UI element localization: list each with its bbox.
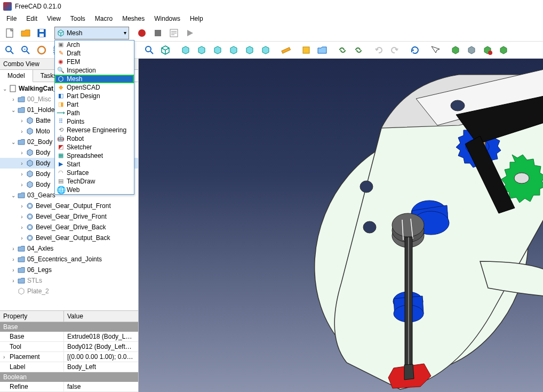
link-button[interactable] (335, 43, 350, 58)
undo-button[interactable] (371, 43, 386, 58)
tree-item[interactable]: ›05_Eccentrics_and_Joints (0, 254, 138, 265)
workbench-item-inspection[interactable]: 🔍Inspection (55, 66, 134, 75)
menu-tools[interactable]: Tools (66, 14, 90, 23)
tree-toggle-icon[interactable]: › (18, 203, 26, 209)
zoom-fit-button[interactable] (2, 43, 17, 58)
macros-button[interactable] (166, 26, 181, 41)
expand-icon[interactable]: › (3, 354, 10, 360)
view-rear-button[interactable] (226, 43, 241, 58)
tree-toggle-icon[interactable]: › (10, 257, 17, 262)
tree-toggle-icon[interactable]: › (10, 97, 17, 102)
view-left-button[interactable] (258, 43, 273, 58)
zoom-in-button[interactable]: + (18, 43, 33, 58)
menu-windows[interactable]: Windows (150, 14, 185, 23)
measure-button[interactable] (278, 43, 293, 58)
workbench-item-reverse[interactable]: ⟲Reverse Engineering (55, 126, 134, 134)
tree-toggle-icon[interactable]: › (18, 118, 26, 124)
workbench-item-part[interactable]: ◨Part (55, 100, 134, 109)
menu-meshes[interactable]: Meshes (118, 14, 149, 23)
menu-file[interactable]: File (2, 14, 21, 23)
view-bottom-button[interactable] (242, 43, 257, 58)
save-button[interactable] (34, 26, 49, 41)
tree-toggle-icon[interactable]: › (18, 161, 26, 166)
workbench-item-robot[interactable]: 🤖Robot (55, 134, 134, 143)
zoom-fit2-button[interactable] (142, 43, 157, 58)
tree-toggle-icon[interactable]: › (18, 171, 26, 177)
tab-model[interactable]: Model (0, 70, 33, 82)
tree-toggle-icon[interactable]: › (10, 267, 17, 273)
tree-toggle-icon[interactable]: › (18, 150, 26, 156)
menu-view[interactable]: View (43, 14, 65, 23)
tree-toggle-icon[interactable]: ⌄ (10, 139, 17, 145)
workbench-item-web[interactable]: 🌐Web (55, 186, 134, 194)
workbench-item-points[interactable]: ⠿Points (55, 117, 134, 126)
menu-help[interactable]: Help (186, 14, 207, 23)
workbench-item-surface[interactable]: ◠Surface (55, 169, 134, 177)
part-button[interactable] (299, 43, 314, 58)
property-value[interactable]: false (64, 382, 138, 391)
draw-style-button[interactable] (34, 43, 49, 58)
tree-toggle-icon[interactable]: › (18, 182, 26, 188)
tree-item[interactable]: ›04_Axles (0, 243, 138, 254)
menu-macro[interactable]: Macro (91, 14, 117, 23)
tree-toggle-icon[interactable]: ⌄ (1, 86, 9, 92)
tree-toggle-icon[interactable]: › (18, 235, 26, 241)
workbench-item-sketcher[interactable]: ◩Sketcher (55, 143, 134, 151)
workbench-item-spreadsheet[interactable]: ▦Spreadsheet (55, 151, 134, 160)
tree-toggle-icon[interactable]: ⌄ (10, 193, 17, 198)
mesh-import-button[interactable] (448, 43, 463, 58)
property-value[interactable]: Body012 (Body_Left_Back) (64, 342, 138, 351)
tree-toggle-icon[interactable]: › (18, 225, 26, 230)
3d-viewport[interactable] (139, 59, 543, 392)
property-row[interactable]: BaseExtrude018 (Body_Left_Fr... (0, 332, 138, 342)
workbench-item-draft[interactable]: ✎Draft (55, 49, 134, 58)
tree-item[interactable]: ›STLs (0, 275, 138, 286)
property-row[interactable]: Refinefalse (0, 382, 138, 392)
tree-item[interactable]: ›Bevel_Gear_Output_Back (0, 233, 138, 243)
property-value[interactable]: Extrude018 (Body_Left_Fr... (64, 332, 138, 341)
tree-item[interactable]: ›Bevel_Gear_Drive_Back (0, 222, 138, 233)
workbench-item-arch[interactable]: ▣Arch (55, 41, 134, 49)
workbench-item-techdraw[interactable]: ▤TechDraw (55, 177, 134, 186)
property-row[interactable]: ›Placement[(0.00 0.00 1.00); 0.00 °; (0.… (0, 352, 138, 362)
tree-toggle-icon[interactable]: › (18, 214, 26, 220)
tree-toggle-icon[interactable]: ⌄ (10, 107, 17, 113)
whatsthis-button[interactable] (428, 43, 443, 58)
workbench-item-mesh[interactable]: Mesh (55, 75, 134, 83)
view-right-button[interactable] (210, 43, 225, 58)
property-value[interactable]: [(0.00 0.00 1.00); 0.00 °; (0... (64, 352, 138, 362)
tree-toggle-icon[interactable]: › (10, 278, 17, 284)
property-row[interactable]: ToolBody012 (Body_Left_Back) (0, 342, 138, 352)
tree-item[interactable]: ›Bevel_Gear_Drive_Front (0, 211, 138, 222)
stop-macro-button[interactable] (150, 26, 165, 41)
group-button[interactable] (315, 43, 330, 58)
refresh-button[interactable] (408, 43, 422, 58)
workbench-item-openscad[interactable]: ◆OpenSCAD (55, 83, 134, 92)
workbench-item-partdesign[interactable]: ◧Part Design (55, 92, 134, 100)
link-group-button[interactable] (351, 43, 366, 58)
tree-item[interactable]: Plate_2 (0, 286, 138, 297)
mesh-regular-button[interactable] (496, 43, 511, 58)
workbench-item-start[interactable]: ▶Start (55, 160, 134, 169)
workbench-item-path[interactable]: ⟿Path (55, 109, 134, 117)
workbench-selector[interactable]: Mesh ▾ ▣Arch ✎Draft ◉FEM 🔍Inspection Mes… (54, 27, 129, 39)
property-row[interactable]: LabelBody_Left (0, 362, 138, 372)
open-button[interactable] (18, 26, 33, 41)
property-key: ›Placement (0, 352, 64, 362)
tree-item[interactable]: ›06_Legs (0, 265, 138, 275)
tree-toggle-icon[interactable]: › (10, 246, 17, 252)
menu-edit[interactable]: Edit (22, 14, 42, 23)
new-button[interactable] (2, 26, 17, 41)
view-front-button[interactable] (178, 43, 193, 58)
iso-view-button[interactable] (158, 43, 173, 58)
tree-item[interactable]: ›Bevel_Gear_Output_Front (0, 201, 138, 211)
mesh-fromshape-button[interactable] (480, 43, 495, 58)
record-macro-button[interactable] (134, 26, 149, 41)
mesh-export-button[interactable] (464, 43, 479, 58)
execute-macro-button[interactable] (182, 26, 197, 41)
view-top-button[interactable] (194, 43, 209, 58)
tree-toggle-icon[interactable]: › (18, 129, 26, 134)
redo-button[interactable] (387, 43, 402, 58)
workbench-item-fem[interactable]: ◉FEM (55, 58, 134, 66)
property-value[interactable]: Body_Left (64, 362, 138, 372)
